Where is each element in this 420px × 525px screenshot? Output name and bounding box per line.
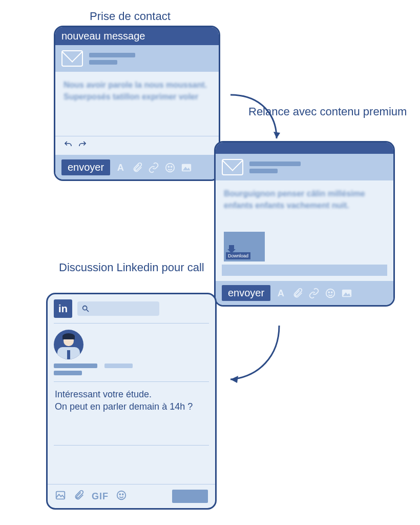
- svg-point-18: [119, 494, 120, 495]
- send-button[interactable]: envoyer: [222, 285, 270, 301]
- arrow-2-to-3: [223, 320, 289, 389]
- recipient-placeholder: [89, 53, 135, 65]
- step2-recipient-row: [216, 154, 393, 180]
- step1-titlebar: nouveau message: [55, 27, 219, 45]
- send-button[interactable]: envoyer: [61, 159, 110, 175]
- linkedin-toolbar: GIF: [48, 484, 215, 508]
- send-button-placeholder[interactable]: [172, 490, 208, 503]
- font-icon[interactable]: A: [276, 288, 287, 299]
- svg-point-17: [117, 491, 126, 500]
- image-icon[interactable]: [181, 162, 192, 173]
- search-icon: [81, 305, 90, 313]
- svg-point-8: [326, 289, 335, 297]
- step1-recipient-row: [55, 45, 219, 72]
- gif-button[interactable]: GIF: [92, 491, 109, 502]
- svg-point-2: [168, 166, 169, 167]
- step2-caption: Relance avec contenu premium: [248, 105, 407, 119]
- undo-redo-row: [55, 136, 219, 155]
- svg-text:A: A: [278, 288, 284, 298]
- step2-window: Bourguignon penser câlin millésime enfan…: [214, 141, 395, 307]
- step1-body: Nous avoir parole la nous moussant. Supe…: [55, 72, 219, 136]
- message-line1: Intéressant votre étude.: [55, 388, 208, 400]
- mail-icon: [61, 50, 83, 67]
- attachment-thumbnail[interactable]: Download: [224, 232, 265, 261]
- step1-blurtext: Nous avoir parole la nous moussant. Supe…: [64, 79, 211, 103]
- avatar: [54, 330, 83, 359]
- step2-blurtext: Bourguignon penser câlin millésime enfan…: [224, 188, 385, 211]
- undo-icon[interactable]: [64, 140, 73, 151]
- image-icon[interactable]: [55, 490, 66, 503]
- download-label: Download: [226, 252, 250, 259]
- link-icon[interactable]: [308, 288, 320, 299]
- redo-icon[interactable]: [78, 140, 87, 151]
- attach-icon[interactable]: [132, 162, 143, 173]
- svg-point-14: [83, 306, 87, 310]
- step3-window: in Intéressant votre étude. On peut en p…: [46, 293, 217, 510]
- recipient-placeholder: [249, 161, 301, 173]
- attach-icon[interactable]: [292, 288, 303, 299]
- search-input[interactable]: [77, 301, 159, 316]
- step1-caption: Prise de contact: [90, 9, 171, 24]
- svg-point-9: [328, 292, 329, 293]
- mail-icon: [222, 159, 243, 175]
- link-icon[interactable]: [148, 162, 159, 173]
- emoji-icon[interactable]: [116, 490, 127, 503]
- step2-body: Bourguignon penser câlin millésime enfan…: [216, 180, 393, 227]
- linkedin-message: Intéressant votre étude. On peut en parl…: [48, 382, 215, 419]
- font-icon[interactable]: A: [115, 162, 127, 173]
- attach-icon[interactable]: [73, 490, 85, 503]
- step1-toolbar: envoyer A: [55, 155, 219, 179]
- svg-line-15: [87, 310, 89, 312]
- attachment-name-placeholder: [222, 265, 387, 276]
- svg-point-19: [122, 494, 123, 495]
- step3-caption: Discussion Linkedin pour call: [59, 260, 204, 275]
- svg-text:A: A: [117, 162, 124, 173]
- diagram-canvas: Prise de contact nouveau message Nous av…: [0, 0, 420, 525]
- arrow-1-to-2: [225, 90, 287, 148]
- svg-marker-6: [274, 132, 280, 138]
- svg-point-10: [331, 292, 332, 293]
- step1-window: nouveau message Nous avoir parole la nou…: [54, 26, 220, 181]
- step2-titlebar: [216, 143, 393, 154]
- svg-point-1: [166, 163, 175, 172]
- emoji-icon[interactable]: [325, 288, 336, 299]
- linkedin-header: in: [48, 294, 215, 323]
- step2-toolbar: envoyer A: [216, 281, 393, 305]
- image-icon[interactable]: [341, 288, 352, 299]
- profile-section: [48, 324, 215, 381]
- svg-point-3: [171, 166, 172, 167]
- svg-rect-16: [56, 492, 65, 499]
- linkedin-logo-icon: in: [54, 299, 72, 318]
- svg-marker-13: [230, 376, 238, 383]
- emoji-icon[interactable]: [164, 162, 176, 173]
- message-line2: On peut en parler demain à 14h ?: [55, 400, 208, 413]
